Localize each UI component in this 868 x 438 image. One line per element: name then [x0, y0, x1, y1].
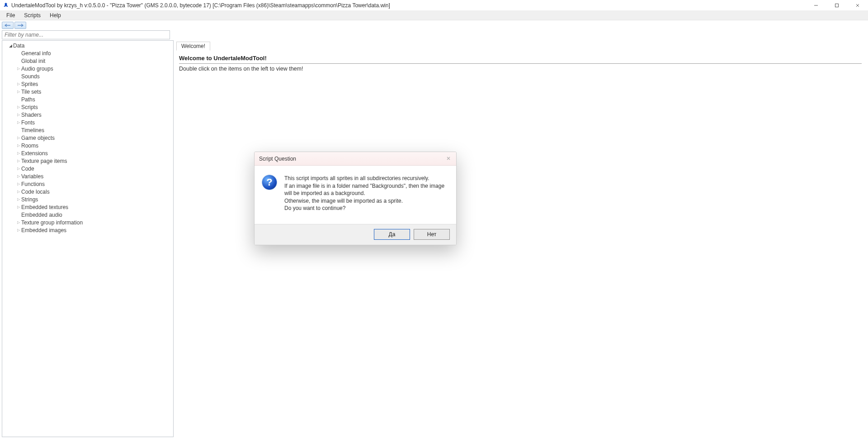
welcome-heading: Welcome to UndertaleModTool!	[179, 55, 862, 63]
tab-welcome[interactable]: Welcome!	[176, 42, 210, 51]
tree-item-label: Tile sets	[21, 89, 41, 95]
tree-item-label: Code locals	[21, 189, 50, 195]
tree-item[interactable]: ▷Fonts	[16, 119, 173, 126]
dialog-title-text: Script Question	[259, 156, 296, 162]
tree-item-label: Texture page items	[21, 158, 67, 164]
dialog-no-button[interactable]: Нет	[414, 229, 450, 240]
tree-item-label: Texture group information	[21, 219, 83, 226]
tree-item[interactable]: ▷Texture group information	[16, 219, 173, 226]
expander-right-icon[interactable]: ▷	[16, 143, 21, 148]
tree-item-label: Scripts	[21, 104, 38, 110]
tree-item[interactable]: ▷Audio groups	[16, 65, 173, 72]
tree-item-label: Audio groups	[21, 66, 53, 72]
tree-item[interactable]: ▷Strings	[16, 195, 173, 203]
expander-right-icon[interactable]: ▷	[16, 197, 21, 201]
expander-right-icon[interactable]: ▷	[16, 113, 21, 117]
sidebar-tree[interactable]: ◢ Data General infoGlobal init▷Audio gro…	[2, 40, 174, 437]
expander-right-icon[interactable]: ▷	[16, 136, 21, 140]
tree-item-label: Timelines	[21, 127, 44, 133]
tree-root-data[interactable]: ◢ Data	[8, 42, 173, 49]
expander-right-icon[interactable]: ▷	[16, 167, 21, 171]
tree-item[interactable]: ▷Game objects	[16, 134, 173, 142]
tree-item[interactable]: ▷Rooms	[16, 142, 173, 149]
filter-input[interactable]	[2, 30, 170, 39]
window-controls	[806, 0, 868, 10]
dialog-line: This script imports all sprites in all s…	[284, 175, 449, 182]
expander-right-icon[interactable]: ▷	[16, 67, 21, 71]
tree-item[interactable]: ▷Embedded textures	[16, 203, 173, 211]
expander-right-icon[interactable]: ▷	[16, 205, 21, 209]
filter-wrap	[0, 30, 172, 40]
menu-file[interactable]: File	[2, 11, 19, 19]
expander-right-icon[interactable]: ▷	[16, 90, 21, 94]
toolbar	[0, 20, 868, 30]
tree-item-label: Fonts	[21, 119, 35, 126]
tree-item[interactable]: ▷Variables	[16, 172, 173, 180]
tree-item-label: Extensions	[21, 150, 48, 157]
tree-item[interactable]: ▷Extensions	[16, 149, 173, 157]
tree-item-label: Code	[21, 166, 34, 172]
menu-help[interactable]: Help	[45, 11, 66, 19]
tree-item[interactable]: ▷Texture page items	[16, 157, 173, 165]
tree-item-label: Embedded textures	[21, 204, 68, 210]
dialog-line: Do you want to continue?	[284, 205, 449, 212]
question-icon: ?	[262, 175, 277, 190]
tree-item[interactable]: Sounds	[16, 72, 173, 80]
tree-item-label: Shaders	[21, 112, 42, 118]
svg-rect-0	[835, 4, 839, 7]
expander-right-icon[interactable]: ▷	[16, 159, 21, 163]
tree-item[interactable]: ▷Sprites	[16, 80, 173, 88]
tree-item-label: Variables	[21, 173, 43, 180]
expander-right-icon[interactable]: ▷	[16, 190, 21, 194]
tree-item-label: Global init	[21, 58, 45, 64]
menu-scripts[interactable]: Scripts	[19, 11, 45, 19]
close-button[interactable]	[847, 0, 868, 10]
tree-item[interactable]: Paths	[16, 95, 173, 103]
dialog-titlebar[interactable]: Script Question	[255, 152, 456, 166]
tree-item[interactable]: Global init	[16, 57, 173, 65]
nav-back-button[interactable]	[2, 22, 14, 29]
expander-right-icon[interactable]: ▷	[16, 220, 21, 224]
app-icon	[3, 2, 9, 9]
dialog-message: This script imports all sprites in all s…	[284, 175, 449, 212]
script-question-dialog: Script Question ? This script imports al…	[254, 152, 457, 245]
expander-right-icon[interactable]: ▷	[16, 182, 21, 186]
tree-item-label: Embedded audio	[21, 212, 62, 218]
expander-right-icon[interactable]: ▷	[16, 174, 21, 178]
maximize-button[interactable]	[826, 0, 847, 10]
tabstrip: Welcome!	[175, 40, 865, 50]
tree-item[interactable]: ▷Functions	[16, 180, 173, 188]
tree-item[interactable]: ▷Code locals	[16, 188, 173, 195]
tree-root-label: Data	[13, 43, 24, 49]
expander-right-icon[interactable]: ▷	[16, 82, 21, 86]
tree-item-label: Embedded images	[21, 227, 66, 233]
tree-item[interactable]: ▷Code	[16, 165, 173, 172]
nav-forward-button[interactable]	[14, 22, 26, 29]
expander-right-icon[interactable]: ▷	[16, 228, 21, 232]
tree-item-label: Sounds	[21, 73, 40, 80]
tree-item[interactable]: ▷Tile sets	[16, 88, 173, 95]
expander-right-icon[interactable]: ▷	[16, 105, 21, 109]
minimize-button[interactable]	[806, 0, 826, 10]
tree-item-label: Rooms	[21, 143, 38, 149]
tree-item[interactable]: General info	[16, 49, 173, 57]
tree-item-label: Game objects	[21, 135, 55, 141]
expander-right-icon[interactable]: ▷	[16, 120, 21, 124]
menubar: File Scripts Help	[0, 10, 868, 20]
expander-right-icon[interactable]: ▷	[16, 151, 21, 155]
dialog-line: Otherwise, the image will be imported as…	[284, 197, 449, 205]
welcome-subtext: Double click on the items on the left to…	[179, 66, 862, 72]
tree-item[interactable]: Timelines	[16, 126, 173, 134]
dialog-yes-button[interactable]: Да	[374, 229, 410, 240]
expander-down-icon[interactable]: ◢	[8, 43, 13, 48]
tree-item-label: Strings	[21, 196, 38, 203]
tree-item[interactable]: Embedded audio	[16, 211, 173, 219]
tree-item-label: Functions	[21, 181, 45, 187]
tree-item[interactable]: ▷Shaders	[16, 111, 173, 119]
dialog-footer: Да Нет	[255, 224, 456, 245]
tree-item[interactable]: ▷Scripts	[16, 103, 173, 111]
tree-item[interactable]: ▷Embedded images	[16, 226, 173, 234]
tree-item-label: General info	[21, 50, 51, 57]
tree-item-label: Paths	[21, 96, 35, 103]
dialog-close-button[interactable]	[443, 154, 453, 163]
